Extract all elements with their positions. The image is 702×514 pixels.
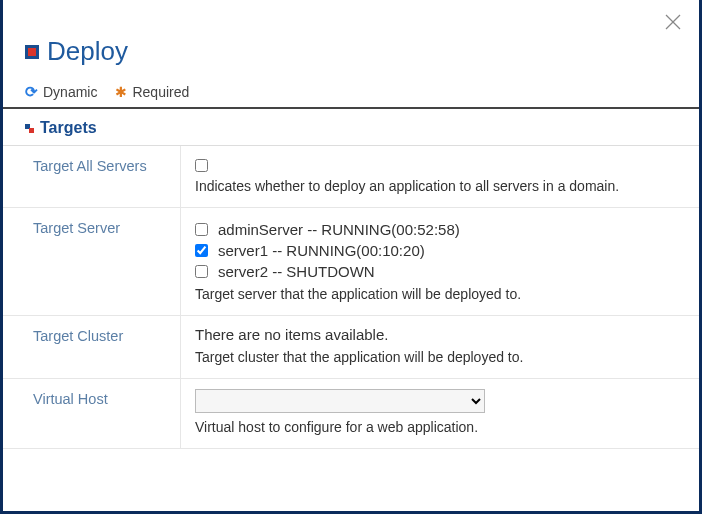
section-targets-header: Targets bbox=[3, 109, 699, 146]
dialog-title: Deploy bbox=[47, 36, 128, 67]
label-target-all-servers: Target All Servers bbox=[3, 146, 181, 207]
target-server-option: server2 -- SHUTDOWN bbox=[218, 263, 375, 280]
legend-dynamic: ⟳ Dynamic bbox=[25, 83, 97, 101]
target-server-checkbox-server1[interactable] bbox=[195, 244, 208, 257]
targets-icon bbox=[25, 124, 34, 133]
label-target-server: Target Server bbox=[3, 208, 181, 315]
target-server-checkbox-server2[interactable] bbox=[195, 265, 208, 278]
deploy-icon bbox=[25, 45, 39, 59]
refresh-icon: ⟳ bbox=[25, 83, 38, 101]
field-virtual-host: Virtual Host Virtual host to configure f… bbox=[3, 379, 699, 449]
help-target-server: Target server that the application will … bbox=[195, 284, 677, 305]
target-server-option: adminServer -- RUNNING(00:52:58) bbox=[218, 221, 460, 238]
help-target-cluster: Target cluster that the application will… bbox=[195, 347, 677, 368]
legend-required: ✱ Required bbox=[115, 83, 189, 101]
legend-bar: ⟳ Dynamic ✱ Required bbox=[3, 81, 699, 109]
virtual-host-select[interactable] bbox=[195, 389, 485, 413]
target-all-servers-checkbox[interactable] bbox=[195, 159, 208, 172]
label-target-cluster: Target Cluster bbox=[3, 316, 181, 378]
legend-required-label: Required bbox=[132, 84, 189, 100]
target-server-option: server1 -- RUNNING(00:10:20) bbox=[218, 242, 425, 259]
dialog-header: Deploy bbox=[3, 0, 699, 81]
target-cluster-empty: There are no items available. bbox=[195, 326, 677, 343]
close-icon[interactable] bbox=[665, 12, 681, 35]
field-target-cluster: Target Cluster There are no items availa… bbox=[3, 316, 699, 379]
asterisk-icon: ✱ bbox=[115, 84, 127, 100]
label-virtual-host: Virtual Host bbox=[3, 379, 181, 448]
legend-dynamic-label: Dynamic bbox=[43, 84, 97, 100]
field-target-all-servers: Target All Servers Indicates whether to … bbox=[3, 146, 699, 208]
field-target-server: Target Server adminServer -- RUNNING(00:… bbox=[3, 208, 699, 316]
section-title: Targets bbox=[40, 119, 97, 137]
target-server-checkbox-adminserver[interactable] bbox=[195, 223, 208, 236]
help-target-all-servers: Indicates whether to deploy an applicati… bbox=[195, 176, 677, 197]
help-virtual-host: Virtual host to configure for a web appl… bbox=[195, 417, 677, 438]
